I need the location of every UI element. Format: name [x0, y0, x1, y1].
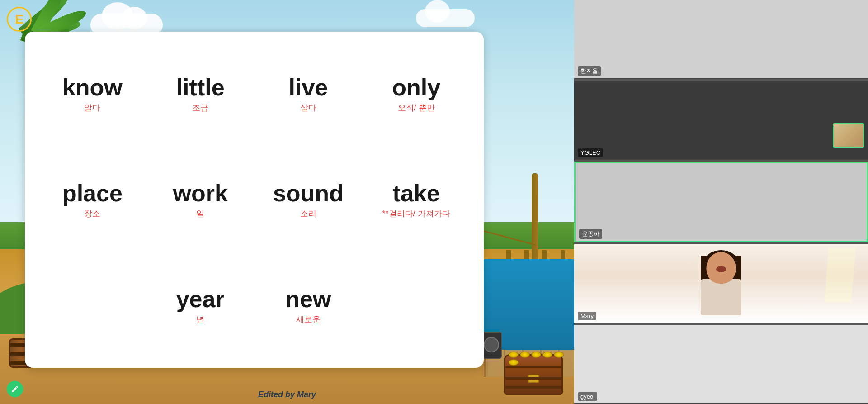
- vocab-word-place: place: [62, 181, 123, 206]
- vocab-cell-take: take **걸리다/ 가져가다: [362, 147, 470, 252]
- vocab-korean-place: 장소: [84, 208, 100, 219]
- edit-icon[interactable]: [7, 381, 23, 397]
- vocab-korean-only: 오직/ 뿐만: [398, 102, 435, 113]
- vocab-korean-take: **걸리다/ 가져가다: [382, 208, 450, 219]
- cloud-2: [416, 9, 475, 27]
- vocab-word-sound: sound: [273, 181, 344, 206]
- vocab-cell-new: new 새로운: [255, 253, 363, 359]
- participant-panel-hanjiyul: 한지율: [574, 0, 868, 79]
- vocab-word-live: live: [289, 75, 328, 100]
- vocab-word-new: new: [285, 286, 331, 312]
- participant-name-yunjongha: 윤종하: [579, 229, 602, 239]
- vocab-cell-live: live 살다: [255, 41, 363, 147]
- participant-panel-gyeol: gyeol: [574, 325, 868, 404]
- participant-panel-mary: Mary: [574, 244, 868, 323]
- mary-video: [574, 244, 868, 322]
- participant-name-hanjiyul: 한지율: [578, 66, 601, 76]
- participant-panel-yglec: YGLEC: [574, 81, 868, 160]
- participant-name-mary: Mary: [578, 312, 596, 320]
- vocab-word-take: take: [393, 181, 440, 206]
- edited-by-label: Edited by Mary: [258, 390, 316, 399]
- vocab-word-know: know: [62, 75, 123, 100]
- logo-letter: E: [15, 12, 24, 27]
- vocab-word-only: only: [392, 75, 440, 100]
- main-presentation-area: 💀 E: [0, 0, 574, 404]
- participant-name-yglec: YGLEC: [578, 148, 603, 157]
- participant-name-gyeol: gyeol: [578, 392, 597, 401]
- participants-sidebar: 한지율 YGLEC 윤종하: [574, 0, 868, 404]
- vocab-cell-work: work 일: [146, 147, 255, 252]
- vocab-korean-sound: 소리: [300, 208, 316, 219]
- vocab-korean-year: 년: [196, 314, 204, 325]
- app-logo: E: [7, 7, 34, 34]
- treasure-chest: [504, 354, 563, 395]
- vocab-cell-place: place 장소: [38, 147, 146, 252]
- participant-panel-yunjongha: 윤종하: [574, 162, 868, 242]
- vocab-korean-live: 살다: [300, 102, 316, 113]
- vocab-cell-empty-1: [38, 253, 146, 359]
- vocab-korean-new: 새로운: [296, 314, 321, 325]
- vocab-cell-know: know 알다: [38, 41, 146, 147]
- vocab-korean-little: 조금: [192, 102, 208, 113]
- vocab-word-work: work: [173, 181, 227, 206]
- yglec-thumbnail: [833, 123, 864, 148]
- vocab-korean-work: 일: [196, 208, 204, 219]
- vocab-cell-only: only 오직/ 뿐만: [362, 41, 470, 147]
- vocab-word-year: year: [176, 286, 225, 312]
- vocab-cell-sound: sound 소리: [255, 147, 363, 252]
- vocab-cell-year: year 년: [146, 253, 255, 359]
- vocab-word-little: little: [176, 75, 225, 100]
- vocab-korean-know: 알다: [84, 102, 100, 113]
- vocabulary-card: know 알다 little 조금 live 살다 only 오직/ 뿐만 pl…: [25, 32, 484, 368]
- vocab-cell-empty-2: [362, 253, 470, 359]
- vocab-cell-little: little 조금: [146, 41, 255, 147]
